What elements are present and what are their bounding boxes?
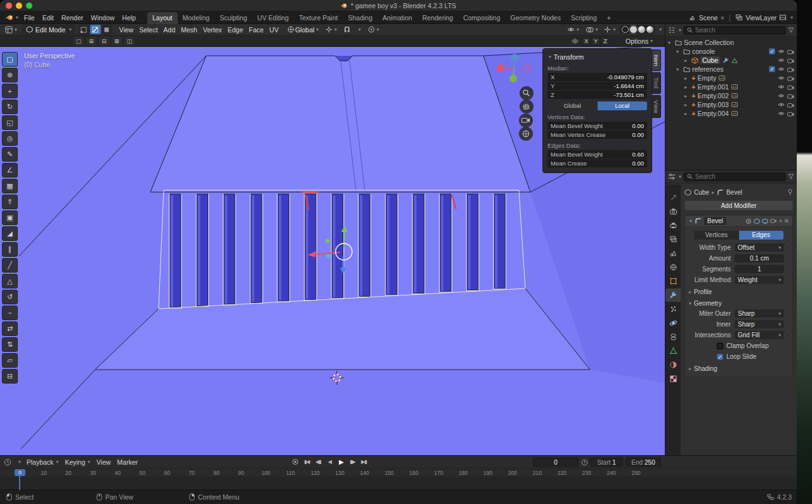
tool-poly-build-button[interactable]: △ (2, 274, 18, 288)
filter-icon[interactable] (788, 174, 794, 179)
eye-toggle[interactable] (778, 111, 785, 116)
tool-smooth-button[interactable]: ~ (2, 306, 18, 320)
properties-search-input[interactable] (695, 173, 782, 180)
outliner-row-references[interactable]: ▾references✓ (665, 65, 797, 74)
zoom-icon[interactable] (520, 86, 534, 100)
close-window-button[interactable] (6, 3, 12, 9)
viewport-menu-edge[interactable]: Edge (228, 26, 244, 34)
vertex-select-button[interactable] (79, 25, 89, 34)
workspace-tab-compositing[interactable]: Compositing (458, 12, 505, 24)
viewport-menu-select[interactable]: Select (139, 26, 157, 34)
workspace-tab--[interactable]: + (602, 12, 616, 24)
mirror-axis-z[interactable]: Z (601, 37, 610, 46)
axis-y-handle[interactable] (509, 75, 517, 82)
loop-slide-checkbox[interactable]: ✓ (717, 354, 723, 360)
tool-add-cube-button[interactable]: ▦ (2, 179, 18, 193)
chevron-down-icon[interactable]: ▾ (679, 174, 681, 179)
properties-editor-icon[interactable] (668, 173, 676, 180)
disclosure-arrow-icon[interactable]: ▸ (684, 102, 690, 108)
frame-start-field[interactable]: Start1 (590, 458, 623, 467)
face-select-button[interactable] (102, 25, 112, 34)
animate-dot[interactable] (787, 278, 790, 281)
play-button[interactable]: ▶ (336, 457, 346, 467)
space-tab-local[interactable]: Local (598, 101, 648, 110)
animate-dot[interactable] (787, 355, 790, 358)
vertex-mean-bevel-weight-field[interactable]: Mean Bevel Weight0.00 (547, 122, 647, 130)
geometry-subpanel[interactable]: ▾Geometry (688, 298, 790, 308)
camera-toggle[interactable] (787, 58, 794, 63)
timeline-ruler[interactable]: 0102030405060708090100110120130140150160… (0, 468, 797, 477)
play-reverse-button[interactable]: ◀ (325, 457, 334, 467)
outliner-search-input[interactable] (695, 27, 782, 34)
axis-x-neg-handle[interactable] (524, 65, 531, 72)
modifier-extras-dropdown[interactable]: ▾ (780, 218, 782, 224)
properties-tab-physics[interactable] (665, 316, 681, 330)
tool-extrude-region-button[interactable]: ⇑ (2, 195, 18, 209)
timeline-menu-keying[interactable]: Keying ▾ (65, 458, 90, 466)
collapse-icon[interactable]: ▾ (690, 218, 692, 224)
edge-mean-crease-field[interactable]: Mean Crease0.00 (547, 159, 647, 167)
eye-toggle[interactable] (778, 58, 785, 63)
tool-rotate-button[interactable]: ↻ (2, 100, 18, 114)
select-intersect-button[interactable]: ◫ (124, 37, 134, 46)
number-field[interactable]: 0.1 cm (735, 254, 784, 262)
minimize-window-button[interactable] (16, 3, 22, 9)
menu-file[interactable]: File (20, 13, 39, 23)
blender-menu-button[interactable]: ▾ (4, 13, 20, 22)
median-y-field[interactable]: Y-1.6644 cm (547, 82, 647, 90)
tool-select-box-button[interactable]: ▢ (2, 52, 18, 67)
editor-type-button[interactable]: ▾ (3, 25, 19, 34)
workspace-tab-layout[interactable]: Layout (147, 12, 178, 24)
viewport-3d[interactable]: ▾ Edit Mode▾ ViewSelectAddMeshVertexEdge… (0, 24, 665, 455)
tool-annotate-button[interactable]: ✎ (2, 147, 18, 162)
timeline-menu-marker[interactable]: Marker (117, 458, 138, 466)
tool-knife-button[interactable]: ╱ (2, 258, 18, 273)
tool-bevel-button[interactable]: ◢ (2, 226, 18, 241)
outliner-row-empty[interactable]: ▸+Empty (665, 74, 797, 82)
viewport-menu-mesh[interactable]: Mesh (181, 26, 197, 34)
menu-help[interactable]: Help (119, 13, 140, 23)
camera-toggle[interactable] (787, 111, 794, 117)
profile-subpanel[interactable]: ▸Profile (688, 287, 790, 297)
checkbox-toggle[interactable]: ✓ (769, 48, 775, 55)
add-modifier-button[interactable]: Add Modifier (684, 200, 793, 210)
shading-dropdown[interactable]: ▾ (659, 27, 662, 32)
outliner-row-empty-003[interactable]: ▸+Empty.003 (665, 100, 797, 109)
axis-z-handle[interactable] (511, 54, 518, 61)
timeline-menu-view[interactable]: View (96, 458, 111, 466)
show-selectability-dropdown[interactable]: ▾ (565, 25, 581, 34)
outliner-row-scene-collection[interactable]: ▾Scene Collection (665, 38, 797, 47)
timeline-track[interactable] (0, 477, 797, 490)
eye-toggle[interactable] (778, 67, 785, 72)
show-gizmo-dropdown[interactable]: ▾ (602, 25, 617, 34)
workspace-tab-scripting[interactable]: Scripting (566, 12, 602, 24)
select-invert-button[interactable]: ⊠ (112, 37, 122, 46)
wireframe-shading-button[interactable] (622, 26, 629, 33)
viewport-menu-uv[interactable]: UV (270, 26, 279, 34)
dropdown-field[interactable]: Weight▾ (735, 276, 784, 284)
playhead[interactable]: 0 (15, 469, 25, 476)
disclosure-arrow-icon[interactable]: ▸ (684, 93, 690, 99)
eye-toggle[interactable] (778, 93, 785, 98)
properties-tab-render[interactable] (665, 205, 681, 218)
viewport-menu-face[interactable]: Face (249, 26, 263, 34)
disclosure-arrow-icon[interactable]: ▸ (684, 75, 690, 81)
sidebar-tab-item[interactable]: Item (652, 49, 661, 71)
animate-dot[interactable] (787, 268, 790, 271)
auto-keying-toggle[interactable] (291, 457, 300, 467)
solid-shading-button[interactable] (630, 26, 637, 33)
mirror-axis-y[interactable]: Y (591, 37, 600, 46)
shading-subpanel[interactable]: ▸Shading (688, 363, 790, 373)
modifier-name-field[interactable]: Bevel (704, 217, 726, 225)
tool-move-button[interactable]: + (2, 84, 18, 98)
camera-toggle[interactable] (787, 93, 794, 99)
jump-to-keyframe-prev-button[interactable]: ◀▮ (313, 457, 323, 467)
outliner-row-empty-004[interactable]: ▸+Empty.004 (665, 109, 797, 118)
eye-toggle[interactable] (778, 75, 785, 81)
eye-toggle[interactable] (778, 102, 785, 107)
menu-edit[interactable]: Edit (39, 13, 58, 23)
dropdown-field[interactable]: Sharp▾ (735, 309, 784, 318)
properties-tab-constraints[interactable] (665, 330, 681, 344)
viewport-menu-view[interactable]: View (119, 26, 134, 34)
disclosure-arrow-icon[interactable]: ▸ (684, 111, 690, 117)
